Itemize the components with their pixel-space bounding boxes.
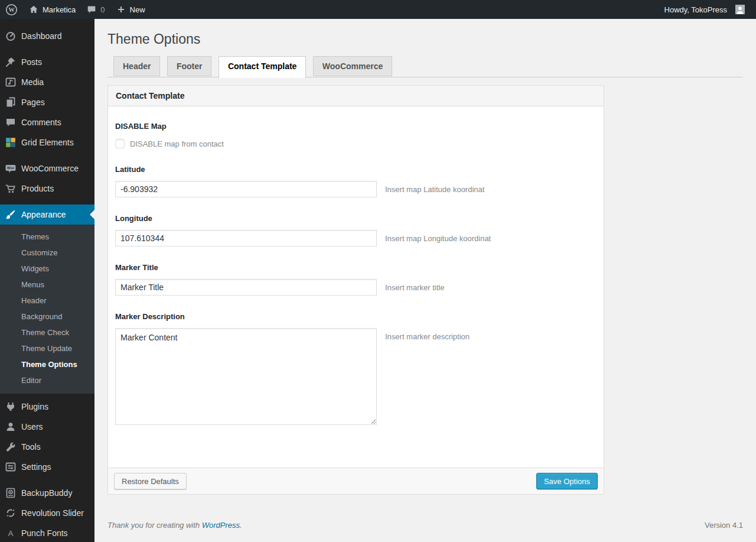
footer-thanks-text: Thank you for creating with WordPress.: [107, 521, 242, 530]
marker-title-help-text: Insert marker title: [385, 283, 444, 292]
sidebar-item-label: Revolution Slider: [21, 508, 84, 518]
comments-icon: [5, 116, 17, 128]
submenu-item-theme-check[interactable]: Theme Check: [0, 324, 94, 340]
sidebar-item-punch-fonts[interactable]: A Punch Fonts: [0, 523, 94, 542]
new-label: New: [130, 5, 145, 14]
wordpress-logo-icon: W: [5, 4, 18, 16]
sidebar-item-posts[interactable]: Posts: [0, 52, 94, 72]
sidebar-item-media[interactable]: Media: [0, 72, 94, 92]
disable-map-checkbox[interactable]: [115, 139, 125, 148]
longitude-help-text: Insert map Longitude koordinat: [385, 234, 491, 243]
sidebar-item-label: Tools: [21, 442, 41, 452]
cart-icon: [5, 183, 17, 194]
panel-footer: Restore Defaults Save Options: [108, 468, 604, 494]
submenu-item-themes[interactable]: Themes: [0, 229, 94, 245]
restore-defaults-button[interactable]: Restore Defaults: [114, 473, 187, 489]
appearance-submenu: Themes Customize Widgets Menus Header Ba…: [0, 225, 94, 394]
disable-map-checkbox-label[interactable]: DISABLE map from contact: [130, 139, 224, 148]
sidebar-item-label: Users: [21, 422, 43, 431]
submenu-label: Background: [21, 312, 62, 321]
submenu-label: Customize: [21, 248, 57, 257]
admin-bar: W Marketica 0 New Howdy, TokoPress: [0, 0, 756, 19]
contact-template-panel: Contact Template DISABLE Map DISABLE map…: [107, 85, 604, 495]
submenu-item-editor[interactable]: Editor: [0, 372, 94, 388]
disable-map-label: DISABLE Map: [115, 122, 597, 131]
submenu-item-customize[interactable]: Customize: [0, 245, 94, 261]
admin-footer: Thank you for creating with WordPress. V…: [107, 521, 743, 538]
submenu-item-widgets[interactable]: Widgets: [0, 261, 94, 277]
sidebar-item-woocommerce[interactable]: Woo WooCommerce: [0, 158, 94, 178]
submenu-label: Widgets: [21, 264, 49, 273]
submenu-label: Header: [21, 296, 47, 305]
dashboard-icon: [5, 30, 17, 42]
panel-title: Contact Template: [108, 86, 604, 106]
sidebar-item-grid-elements[interactable]: Grid Elements: [0, 132, 94, 152]
pages-icon: [5, 96, 17, 108]
svg-text:A: A: [8, 529, 14, 538]
site-name-link[interactable]: Marketica: [23, 0, 81, 19]
marker-description-textarea[interactable]: Marker Content: [115, 328, 377, 425]
marker-description-label: Marker Description: [115, 312, 597, 321]
submenu-label: Theme Update: [21, 344, 72, 353]
user-icon: [5, 421, 17, 433]
submenu-label: Menus: [21, 280, 44, 289]
submenu-item-background[interactable]: Background: [0, 309, 94, 324]
tab-woocommerce[interactable]: WooCommerce: [313, 56, 392, 76]
sidebar-item-plugins[interactable]: Plugins: [0, 397, 94, 417]
user-avatar: [735, 5, 745, 14]
sidebar-item-label: Posts: [21, 57, 42, 67]
marker-description-help-text: Insert marker description: [385, 332, 470, 341]
paintbrush-icon: [5, 209, 17, 220]
font-icon: A: [5, 527, 17, 539]
posts-icon: [5, 56, 17, 68]
sidebar-item-label: Appearance: [21, 210, 66, 219]
sidebar-item-appearance[interactable]: Appearance: [0, 205, 94, 225]
admin-sidebar: Dashboard Posts Media Pages Comments Gri…: [0, 19, 94, 542]
account-menu[interactable]: Howdy, TokoPress: [659, 0, 750, 19]
sidebar-item-label: Settings: [21, 462, 51, 472]
comments-count: 0: [100, 5, 105, 14]
sidebar-item-users[interactable]: Users: [0, 417, 94, 437]
sidebar-item-dashboard[interactable]: Dashboard: [0, 26, 94, 46]
tab-contact-template[interactable]: Contact Template: [219, 56, 306, 78]
marker-title-label: Marker Title: [115, 263, 597, 272]
submenu-item-header[interactable]: Header: [0, 293, 94, 309]
longitude-input[interactable]: [115, 230, 377, 246]
wordpress-logo-menu[interactable]: W: [0, 0, 23, 19]
submenu-label: Themes: [21, 232, 49, 241]
sidebar-item-tools[interactable]: Tools: [0, 437, 94, 457]
longitude-label: Longitude: [115, 214, 597, 223]
sidebar-item-label: BackupBuddy: [21, 488, 72, 498]
latitude-help-text: Insert map Latitude koordinat: [385, 185, 484, 194]
marker-title-input[interactable]: [115, 279, 377, 296]
submenu-item-theme-options[interactable]: Theme Options: [0, 356, 94, 372]
panel-body: DISABLE Map DISABLE map from contact Lat…: [108, 106, 604, 468]
sidebar-item-products[interactable]: Products: [0, 178, 94, 199]
latitude-input[interactable]: [115, 181, 377, 197]
sidebar-item-pages[interactable]: Pages: [0, 92, 94, 112]
sidebar-item-settings[interactable]: Settings: [0, 457, 94, 477]
submenu-label: Theme Check: [21, 328, 69, 337]
comments-moderation-link[interactable]: 0: [81, 0, 110, 19]
new-content-menu[interactable]: New: [110, 0, 151, 19]
sidebar-item-label: Media: [21, 77, 44, 87]
svg-text:Woo: Woo: [7, 166, 14, 170]
sidebar-item-label: Grid Elements: [21, 138, 74, 147]
save-options-button[interactable]: Save Options: [536, 473, 598, 489]
submenu-label: Theme Options: [21, 360, 77, 369]
sidebar-item-label: Punch Fonts: [21, 528, 68, 538]
home-icon: [28, 4, 39, 15]
settings-icon: [5, 461, 17, 473]
sidebar-item-comments[interactable]: Comments: [0, 112, 94, 132]
submenu-item-theme-update[interactable]: Theme Update: [0, 340, 94, 356]
sidebar-item-revolution-slider[interactable]: Revolution Slider: [0, 503, 94, 523]
wordpress-link[interactable]: WordPress: [202, 521, 240, 530]
sidebar-item-backupbuddy[interactable]: BackupBuddy: [0, 483, 94, 503]
plugin-icon: [5, 401, 17, 413]
tab-header[interactable]: Header: [113, 56, 160, 76]
submenu-item-menus[interactable]: Menus: [0, 277, 94, 293]
tab-footer[interactable]: Footer: [167, 56, 212, 76]
wrench-icon: [5, 441, 17, 453]
footer-version-text: Version 4.1: [705, 521, 743, 530]
sidebar-item-label: Dashboard: [21, 31, 62, 41]
